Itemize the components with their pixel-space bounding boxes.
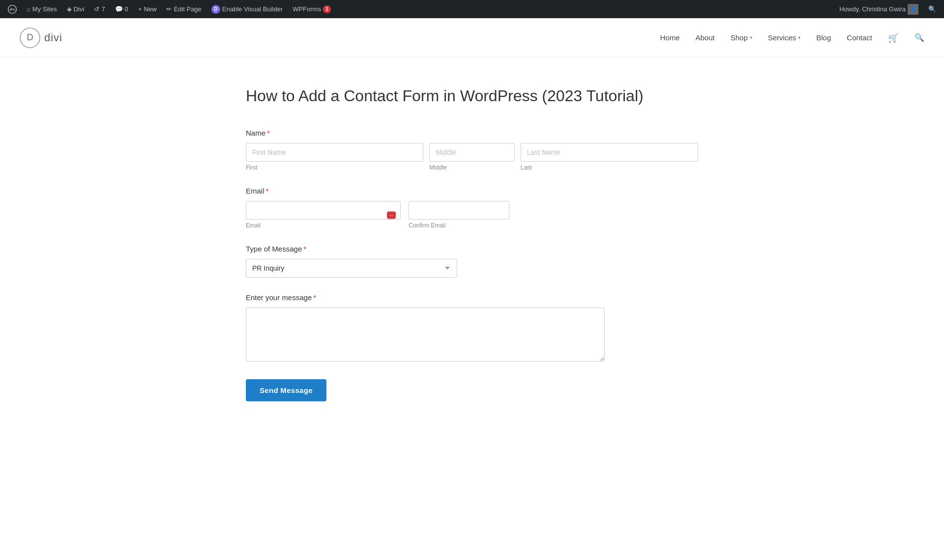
email-input[interactable] (246, 201, 401, 220)
pencil-icon: ✏ (166, 5, 172, 13)
updates-icon: ↺ (94, 5, 99, 13)
updates-count: 7 (101, 5, 105, 13)
last-name-input[interactable] (521, 143, 698, 162)
nav-about[interactable]: About (695, 33, 714, 42)
howdy-label: Howdy, Christina Gwira (839, 5, 906, 13)
wpforms-label: WPForms (293, 5, 321, 13)
message-textarea[interactable] (246, 308, 605, 362)
email-badge-icon: ··· (387, 211, 396, 219)
my-sites-button[interactable]: ⌂ My Sites (23, 0, 61, 18)
nav-blog[interactable]: Blog (816, 33, 831, 42)
comments-button[interactable]: 💬 0 (111, 0, 132, 18)
email-row: ··· Email Confirm Email (246, 201, 698, 229)
message-type-label: Type of Message* (246, 245, 698, 253)
name-label: Name* (246, 129, 698, 137)
message-type-section: Type of Message* PR InquiryGeneral Inqui… (246, 245, 698, 278)
confirm-email-input[interactable] (409, 201, 509, 220)
admin-bar: ⌂ My Sites ◈ Divi ↺ 7 💬 0 + New ✏ Edit P… (0, 0, 944, 18)
nav-shop[interactable]: Shop ▾ (731, 33, 752, 42)
email-label: Email* (246, 187, 698, 195)
search-icon: 🔍 (928, 5, 936, 13)
edit-page-button[interactable]: ✏ Edit Page (162, 0, 205, 18)
cart-icon[interactable]: 🛒 (888, 32, 899, 43)
email-field-container: ··· Email (246, 201, 401, 229)
site-logo[interactable]: D divi (20, 28, 62, 48)
main-nav: Home About Shop ▾ Services ▾ Blog Contac… (660, 32, 924, 43)
divi-circle-icon: D (211, 5, 220, 14)
admin-bar-right: Howdy, Christina Gwira 👤 🔍 (835, 4, 940, 15)
middle-name-field: Middle (429, 143, 514, 171)
divi-theme-icon: ◈ (67, 5, 72, 13)
email-section: Email* ··· Email Confirm Email (246, 187, 698, 229)
site-header: D divi Home About Shop ▾ Services ▾ Blog… (0, 18, 944, 57)
my-sites-label: My Sites (32, 5, 57, 13)
comments-count: 0 (125, 5, 128, 13)
user-avatar: 👤 (908, 4, 918, 15)
wp-icon (8, 5, 17, 14)
last-name-sub: Last (521, 164, 698, 171)
message-type-select[interactable]: PR InquiryGeneral InquirySupportOther (246, 259, 457, 278)
page-title: How to Add a Contact Form in WordPress (… (246, 87, 698, 105)
email-required: * (266, 187, 269, 195)
name-section: Name* First Middle Last (246, 129, 698, 171)
first-name-sub: First (246, 164, 423, 171)
visual-builder-label: Enable Visual Builder (222, 5, 283, 13)
send-message-button[interactable]: Send Message (246, 379, 326, 401)
message-section: Enter your message* (246, 293, 698, 364)
updates-button[interactable]: ↺ 7 (90, 0, 109, 18)
middle-name-sub: Middle (429, 164, 514, 171)
enable-visual-builder-button[interactable]: D Enable Visual Builder (207, 0, 287, 18)
first-name-field: First (246, 143, 423, 171)
plus-icon: + (138, 5, 142, 13)
middle-name-input[interactable] (429, 143, 514, 162)
name-required: * (267, 129, 270, 137)
last-name-field: Last (521, 143, 698, 171)
confirm-email-sub: Confirm Email (409, 222, 509, 229)
logo-text: divi (44, 31, 62, 44)
name-row: First Middle Last (246, 143, 698, 171)
divi-label: Divi (74, 5, 85, 13)
wpforms-badge: 1 (323, 5, 331, 13)
main-content: How to Add a Contact Form in WordPress (… (236, 57, 708, 441)
type-required: * (303, 245, 306, 253)
admin-search-button[interactable]: 🔍 (924, 5, 940, 13)
message-required: * (313, 293, 316, 302)
edit-page-label: Edit Page (174, 5, 201, 13)
wp-logo-button[interactable] (4, 0, 21, 18)
confirm-email-field-container: Confirm Email (409, 201, 509, 229)
nav-services[interactable]: Services ▾ (768, 33, 801, 42)
howdy-user[interactable]: Howdy, Christina Gwira 👤 (835, 4, 922, 15)
first-name-input[interactable] (246, 143, 423, 162)
services-chevron-icon: ▾ (798, 35, 800, 40)
new-label: New (144, 5, 156, 13)
logo-d: D (27, 32, 33, 43)
wpforms-button[interactable]: WPForms 1 (289, 0, 335, 18)
sites-icon: ⌂ (27, 5, 30, 13)
nav-search-icon[interactable]: 🔍 (914, 33, 924, 42)
nav-contact[interactable]: Contact (847, 33, 872, 42)
email-sub: Email (246, 222, 401, 229)
shop-chevron-icon: ▾ (750, 35, 752, 40)
nav-home[interactable]: Home (660, 33, 679, 42)
logo-circle: D (20, 28, 40, 48)
new-content-button[interactable]: + New (134, 0, 161, 18)
divi-button[interactable]: ◈ Divi (63, 0, 88, 18)
message-label: Enter your message* (246, 293, 698, 302)
comments-icon: 💬 (115, 5, 123, 13)
